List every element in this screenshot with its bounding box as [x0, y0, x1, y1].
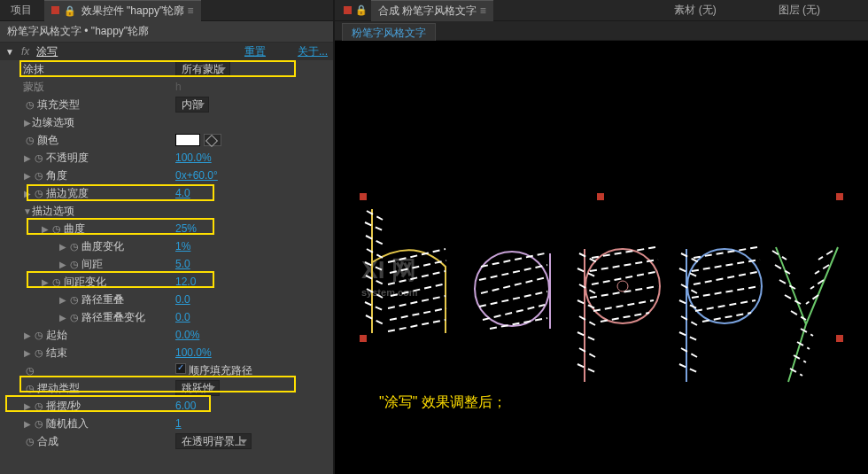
stopwatch-icon[interactable]: ◷ [26, 99, 35, 111]
expand-icon[interactable]: ▶ [23, 153, 32, 163]
fx-badge: fx [21, 45, 29, 58]
composition-viewer[interactable]: XI 网 system.com [335, 41, 868, 474]
tab-layer[interactable]: 图层 (无) [771, 0, 827, 20]
stopwatch-icon[interactable]: ◷ [70, 241, 79, 253]
prop-stroke-options[interactable]: ▼ 描边选项 [0, 202, 333, 220]
prop-wiggle-type[interactable]: ◷ 摆动类型 跳跃性 [0, 379, 333, 397]
expand-icon[interactable]: ▶ [23, 189, 32, 198]
expand-icon[interactable]: ▶ [23, 171, 32, 181]
fill-type-dropdown[interactable]: 内部 [175, 97, 209, 113]
random-seed-value[interactable]: 1 [175, 417, 182, 430]
wiggle-type-dropdown[interactable]: 跳跃性 [175, 380, 220, 396]
stopwatch-icon[interactable]: ◷ [70, 294, 79, 306]
color-swatch[interactable] [175, 134, 200, 146]
prop-spacing[interactable]: ▶ ◷ 间距 5.0 [0, 255, 333, 273]
stopwatch-icon[interactable]: ◷ [52, 223, 61, 235]
letter-p2 [676, 240, 773, 393]
tab-composition[interactable]: 合成 粉笔字风格文字 ≡ [371, 0, 493, 21]
prop-start[interactable]: ▶ ◷ 起始 0.0% [0, 326, 333, 344]
expand-icon[interactable]: ▶ [58, 295, 67, 305]
prop-edge-options[interactable]: ▶ 边缘选项 [0, 113, 333, 131]
svg-point-0 [475, 252, 549, 326]
prop-random-seed[interactable]: ▶ ◷ 随机植入 1 [0, 415, 333, 432]
stopwatch-icon[interactable]: ◷ [26, 135, 35, 146]
effect-name[interactable]: 涂写 [36, 44, 58, 59]
comp-dropdown[interactable]: 在透明背景上 [175, 433, 252, 449]
angle-value[interactable]: 0x+60.0° [175, 169, 218, 182]
lock-icon: 🔒 [64, 5, 76, 17]
stopwatch-icon[interactable]: ◷ [35, 400, 43, 412]
expand-icon[interactable]: ▶ [58, 242, 67, 252]
collapse-icon[interactable]: ▼ [23, 206, 32, 216]
prop-fill-type[interactable]: ◷ 填充类型 内部 [0, 96, 333, 113]
stroke-width-value[interactable]: 4.0 [175, 187, 190, 199]
prop-paint[interactable]: 涂抹 所有蒙版 [0, 60, 333, 78]
prop-stroke-width[interactable]: ▶ ◷ 描边宽度 4.0 [0, 184, 333, 202]
lock-icon: 🔒 [355, 4, 368, 16]
end-value[interactable]: 100.0% [175, 346, 212, 359]
stopwatch-icon[interactable]: ◷ [35, 170, 43, 182]
prop-path-overlap-var[interactable]: ▶ ◷ 路径重叠变化 0.0 [0, 308, 333, 326]
stopwatch-icon[interactable]: ◷ [35, 330, 43, 341]
tab-effects-label: 效果控件 "happy"轮廓 [81, 4, 185, 17]
panel-menu-icon[interactable]: ≡ [188, 4, 194, 17]
stopwatch-icon[interactable]: ◷ [26, 436, 35, 447]
spacing-var-value[interactable]: 12.0 [175, 276, 196, 288]
expand-icon[interactable]: ▶ [41, 224, 50, 234]
tab-project[interactable]: 项目 [4, 0, 39, 20]
about-link[interactable]: 关于... [298, 44, 328, 59]
selection-handle[interactable] [360, 193, 367, 200]
breadcrumb: 粉笔字风格文字 • "happy"轮廓 [0, 21, 333, 43]
expand-icon[interactable]: ▶ [23, 401, 32, 411]
prop-end[interactable]: ▶ ◷ 结束 100.0% [0, 344, 333, 361]
eyedropper-icon[interactable] [204, 134, 221, 146]
prop-curve[interactable]: ▶ ◷ 曲度 25% [0, 220, 333, 237]
panel-menu-icon[interactable]: ≡ [480, 4, 486, 17]
tab-footage[interactable]: 素材 (无) [667, 0, 723, 20]
spacing-value[interactable]: 5.0 [175, 258, 190, 270]
composition-panel: 🔒 合成 粉笔字风格文字 ≡ 素材 (无) 图层 (无) 粉笔字风格文字 XI … [335, 0, 868, 474]
stopwatch-icon[interactable]: ◷ [26, 383, 35, 394]
expand-icon[interactable]: ▶ [23, 419, 32, 429]
expand-icon[interactable]: ▶ [41, 277, 50, 287]
opacity-value[interactable]: 100.0% [175, 152, 212, 164]
stopwatch-icon[interactable]: ◷ [35, 188, 43, 199]
stopwatch-icon[interactable]: ◷ [70, 259, 79, 270]
stopwatch-icon[interactable]: ◷ [52, 276, 61, 288]
reset-link[interactable]: 重置 [244, 44, 266, 59]
paint-dropdown[interactable]: 所有蒙版 [175, 61, 230, 77]
prop-angle[interactable]: ▶ ◷ 角度 0x+60.0° [0, 167, 333, 184]
curve-value[interactable]: 25% [175, 222, 197, 235]
prop-opacity[interactable]: ▶ ◷ 不透明度 100.0% [0, 149, 333, 167]
expand-icon[interactable]: ▶ [23, 330, 32, 340]
prop-curve-var[interactable]: ▶ ◷ 曲度变化 1% [0, 237, 333, 255]
prop-spacing-var[interactable]: ▶ ◷ 间距变化 12.0 [0, 273, 333, 291]
stopwatch-icon[interactable]: ◷ [35, 418, 43, 430]
expand-icon[interactable]: ▶ [58, 260, 67, 269]
wiggle-sec-value[interactable]: 6.00 [175, 400, 196, 412]
path-overlap-var-value[interactable]: 0.0 [175, 311, 190, 323]
expand-icon[interactable]: ▶ [23, 118, 32, 128]
selection-handle[interactable] [597, 193, 604, 200]
prop-seq-fill[interactable]: ◷ 顺序填充路径 [0, 361, 333, 379]
curve-var-value[interactable]: 1% [175, 240, 190, 253]
stopwatch-icon[interactable]: ◷ [35, 152, 43, 164]
prop-comp[interactable]: ◷ 合成 在透明背景上 [0, 432, 333, 450]
stopwatch-icon[interactable]: ◷ [70, 312, 79, 323]
effects-panel: 项目 🔒 效果控件 "happy"轮廓 ≡ 粉笔字风格文字 • "happy"轮… [0, 0, 335, 474]
start-value[interactable]: 0.0% [175, 329, 199, 341]
prop-mask[interactable]: 蒙版 h [0, 78, 333, 96]
prop-color[interactable]: ◷ 颜色 [0, 131, 333, 149]
letter-p1 [574, 240, 671, 393]
prop-wiggle-sec[interactable]: ▶ ◷ 摇摆/秒 6.00 [0, 397, 333, 415]
seq-fill-checkbox[interactable] [175, 363, 186, 374]
stopwatch-icon[interactable]: ◷ [26, 365, 35, 377]
expand-icon[interactable]: ▶ [23, 348, 32, 358]
collapse-icon[interactable]: ▼ [5, 47, 14, 57]
tab-effects[interactable]: 🔒 效果控件 "happy"轮廓 ≡ [44, 0, 201, 21]
expand-icon[interactable]: ▶ [58, 313, 67, 322]
stopwatch-icon[interactable]: ◷ [35, 347, 43, 359]
path-overlap-value[interactable]: 0.0 [175, 293, 190, 306]
selection-handle[interactable] [836, 193, 843, 200]
prop-path-overlap[interactable]: ▶ ◷ 路径重叠 0.0 [0, 291, 333, 308]
